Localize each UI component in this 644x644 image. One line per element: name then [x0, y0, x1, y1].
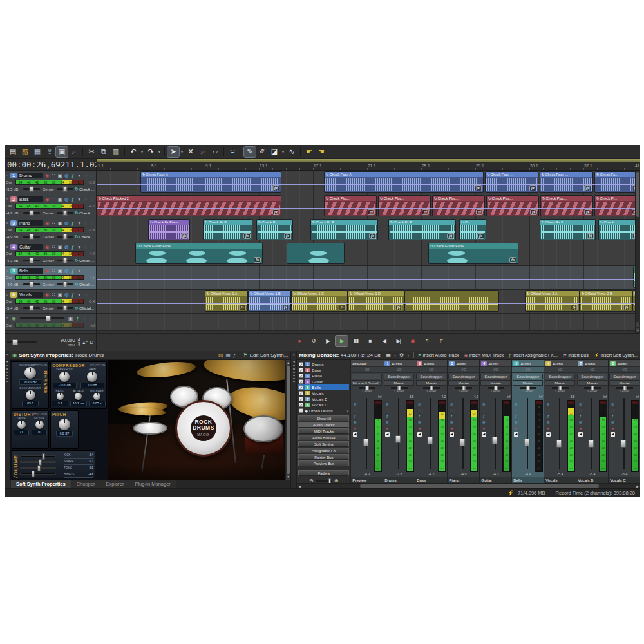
ghost-icon[interactable]: ◌ — [90, 220, 95, 227]
pitch-value[interactable]: 0.0 ST — [56, 431, 73, 437]
track-volume-value[interactable]: -4,9 dB — [6, 235, 22, 239]
go-to-end-button[interactable]: ▶| — [392, 336, 404, 346]
phase-icon[interactable]: ⊘ — [386, 402, 389, 406]
volume-envelope-line[interactable] — [97, 184, 635, 185]
strip-fader[interactable] — [390, 395, 406, 472]
mixer-list-item-drums[interactable]: ✓1Drums — [298, 361, 349, 367]
attack-value[interactable]: 16.1 ms — [70, 401, 87, 406]
threshold-knob[interactable] — [59, 372, 70, 382]
track-pan-slider[interactable] — [57, 307, 73, 309]
audio-clip[interactable]: ↻Check Fx P...fx — [388, 219, 456, 240]
track-grip-icon[interactable]: ≡ — [6, 292, 9, 297]
gain-icon[interactable]: ◔ — [612, 408, 614, 412]
pan-handle[interactable] — [526, 386, 529, 390]
body-amount-value[interactable]: 85.0 — [22, 401, 39, 406]
checkbox[interactable]: ✓ — [299, 391, 303, 395]
track-header-vocals[interactable]: ≡6Vocals◉∷▣◍ƒ▾◌◌Out5448423630241812-5.4-… — [5, 290, 96, 314]
gain-icon[interactable]: ◔ — [354, 408, 357, 412]
strip-device-selector[interactable]: Soundmapper — [513, 374, 543, 379]
fader-handle[interactable] — [589, 440, 594, 448]
clip-fx-badge[interactable]: fx — [181, 233, 188, 239]
checkbox[interactable]: ✓ — [299, 374, 303, 378]
open-file-icon[interactable]: ▨ — [19, 147, 31, 157]
strip-fader[interactable] — [551, 395, 567, 472]
fader-handle[interactable] — [621, 440, 627, 448]
fx-icon[interactable]: ƒ — [515, 414, 517, 418]
track-name-input[interactable]: Guitar — [18, 244, 43, 250]
insert-audio-track-button[interactable]: ⚑Insert Audio Track — [417, 353, 459, 358]
strip-output-selector[interactable]: Master — [416, 380, 446, 386]
checkbox[interactable]: ✓ — [299, 368, 303, 372]
clip-fx-badge[interactable]: fx — [632, 233, 635, 239]
erase-tool-icon[interactable]: ◪ — [269, 147, 280, 157]
erase-tool-dropdown[interactable]: ▾ — [281, 149, 285, 154]
strip-fader[interactable] — [358, 395, 374, 472]
stop-button[interactable]: ■ — [364, 336, 376, 346]
filter-button-soft-synths[interactable]: Soft Synths — [298, 441, 349, 447]
monitor-icon[interactable]: ◀ — [385, 432, 390, 437]
strip-pan-control[interactable]: Center — [415, 386, 447, 395]
checkbox[interactable] — [299, 408, 303, 413]
audio-clip[interactable]: ↻Check Pl...fx — [594, 195, 635, 216]
filter-button-audio-tracks[interactable]: Audio Tracks — [298, 422, 349, 428]
track-pan-value[interactable]: Center — [41, 211, 55, 215]
mixer-list-item-bass[interactable]: ✓2Bass — [298, 367, 349, 373]
record-button[interactable]: ● — [293, 336, 305, 346]
ghost-icon[interactable]: ◌ — [83, 220, 88, 227]
audio-clip[interactable]: ↻Check Pluc...fx — [324, 195, 377, 216]
channel-strip-drums[interactable]: 1AudioI/OSoundmapperMasterCenter⊘◔ƒ⊖●◀-3… — [383, 360, 415, 483]
selection-tool-icon[interactable]: ▱ — [209, 147, 221, 157]
insert-bus-button[interactable]: ⚑Insert Bus — [563, 353, 589, 358]
ratio-value[interactable]: 3:1 — [52, 401, 68, 406]
monitor-icon[interactable]: ◀ — [546, 432, 551, 437]
mute-icon[interactable]: ⊖ — [482, 420, 486, 424]
volume-row-value[interactable]: 2.4 — [90, 452, 93, 458]
track-volume-value[interactable]: -3,5 dB — [6, 187, 22, 191]
mute-icon[interactable]: ⊖ — [515, 420, 518, 424]
strip-device-selector[interactable]: Soundmapper — [609, 374, 639, 379]
record-arm-icon[interactable]: ◉ — [44, 244, 50, 251]
timeline-row-guitar[interactable]: ↻Check Guitar Fade ...fx↻Check Guitar Fa… — [97, 242, 635, 266]
strip-device-selector[interactable]: Soundmapper — [416, 374, 446, 379]
channel-strip-piano[interactable]: 3AudioI/OSoundmapperMasterCenter⊘◔ƒ⊖●◀-4… — [448, 360, 480, 483]
audio-clip[interactable]: ↻Official Verse 1 Bfx — [248, 290, 291, 312]
filter-knob[interactable] — [35, 421, 44, 429]
track-device-selector[interactable]: ↻Check ... — [75, 187, 95, 192]
strip-pan-control[interactable]: Center — [512, 386, 544, 395]
phase-icon[interactable]: ⊘ — [515, 402, 518, 406]
ghost-icon[interactable]: ◌ — [90, 268, 95, 274]
record-arm-icon[interactable]: ● — [612, 426, 614, 430]
strip-output-selector[interactable]: Master — [448, 380, 478, 386]
record-arm-icon[interactable]: ● — [386, 426, 389, 430]
track-fx-icon[interactable]: ƒ — [70, 196, 75, 203]
slider-handle[interactable] — [37, 465, 41, 471]
record-arm-icon[interactable]: ● — [580, 426, 582, 430]
mute-icon[interactable]: ⊖ — [418, 420, 421, 424]
audio-clip[interactable]: ↻Official Verse 1 Cfx — [291, 290, 348, 312]
track-grip-icon[interactable]: ≡ — [6, 316, 10, 321]
strip-io-button[interactable]: I/O — [480, 367, 511, 373]
maximize-icon[interactable]: ▣ — [57, 268, 62, 274]
undo-icon[interactable]: ↶ — [128, 147, 139, 157]
edit-tool-icon[interactable]: ➤ — [167, 147, 179, 157]
track-fx-icon[interactable]: ƒ — [70, 292, 75, 298]
tab-chopper[interactable]: Chopper — [71, 480, 100, 488]
bpm-value[interactable]: 90,000 — [61, 337, 75, 343]
mixer-horizontal-scrollbar[interactable]: ◀ ▶ — [297, 483, 640, 488]
view-grid-icon[interactable]: ▦ — [386, 352, 391, 358]
track-volume-slider[interactable] — [23, 283, 40, 285]
ghost-icon[interactable]: ◌ — [89, 316, 95, 322]
fader-handle[interactable] — [428, 437, 433, 444]
strip-output-selector[interactable]: Microsoft Sound... — [352, 380, 382, 386]
close-icon[interactable]: ✕ — [5, 352, 8, 357]
bus-assign-icon[interactable]: ◍ — [64, 292, 69, 298]
timeline-row-piano[interactable]: ↻Check Fx Piano ...fx↻Check Fx P...fx↻Ch… — [97, 218, 635, 242]
body-amount-knob[interactable] — [26, 390, 35, 400]
clip-fx-badge[interactable]: fx — [623, 305, 630, 310]
mute-icon[interactable]: ⊖ — [450, 420, 453, 424]
track-device-selector[interactable]: ↻Check ... — [75, 258, 95, 263]
ghost-icon[interactable]: ◌ — [83, 292, 88, 298]
channel-strip-preview[interactable]: PreviewI/OMicrosoft Sound...Center⊘◔ƒ⊖●◀… — [351, 360, 383, 483]
timeline-row-drums[interactable]: ↻Check Face Afx↻Check Face Afx↻Check Fac… — [97, 171, 635, 194]
slider-handle[interactable] — [42, 453, 45, 460]
